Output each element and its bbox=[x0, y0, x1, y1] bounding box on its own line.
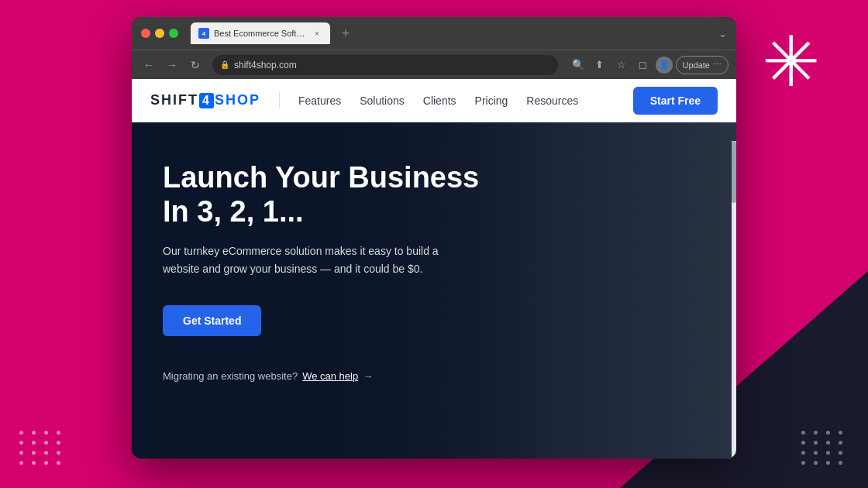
new-tab-button[interactable]: + bbox=[336, 24, 355, 43]
nav-solutions[interactable]: Solutions bbox=[360, 95, 405, 107]
dots-decoration-bottom-left bbox=[19, 431, 63, 465]
nav-resources[interactable]: Resources bbox=[526, 95, 578, 107]
start-free-button[interactable]: Start Free bbox=[633, 87, 718, 115]
active-browser-tab[interactable]: 4 Best Ecommerce Software of... × bbox=[191, 22, 330, 44]
migration-static-text: Migrating an existing website? bbox=[163, 370, 298, 382]
hero-subtitle: Our turnkey eCommerce solution makes it … bbox=[163, 242, 442, 277]
address-bar[interactable]: 🔒 shift4shop.com bbox=[212, 55, 558, 75]
update-button[interactable]: Update ⋯ bbox=[676, 56, 728, 74]
migration-text-row: Migrating an existing website? We can he… bbox=[163, 370, 504, 382]
logo-4: 4 bbox=[199, 93, 214, 108]
site-navigation: SHIFT4SHOP Features Solutions Clients Pr… bbox=[132, 79, 736, 122]
tab-dropdown-button[interactable]: ⌄ bbox=[718, 28, 727, 40]
close-traffic-light[interactable] bbox=[141, 29, 150, 38]
bookmark-button[interactable]: ☆ bbox=[612, 56, 631, 74]
hero-section: Launch Your Business In 3, 2, 1... Our t… bbox=[132, 122, 736, 459]
logo-shop: SHOP bbox=[215, 92, 260, 108]
hero-title: Launch Your Business In 3, 2, 1... bbox=[163, 161, 504, 229]
traffic-lights bbox=[141, 29, 178, 38]
forward-button[interactable]: → bbox=[163, 56, 181, 74]
arrow-icon: → bbox=[363, 370, 373, 382]
hero-content: Launch Your Business In 3, 2, 1... Our t… bbox=[132, 122, 535, 421]
website-content: SHIFT4SHOP Features Solutions Clients Pr… bbox=[132, 79, 736, 459]
browser-nav-bar: ← → ↻ 🔒 shift4shop.com 🔍 ⬆ ☆ ◻ 👤 Update … bbox=[132, 50, 736, 79]
tab-favicon: 4 bbox=[198, 28, 209, 39]
dots-decoration-bottom-right bbox=[801, 431, 845, 465]
scrollbar-thumb[interactable] bbox=[732, 141, 736, 203]
migration-link[interactable]: We can help bbox=[302, 370, 358, 382]
browser-window: 4 Best Ecommerce Software of... × + ⌄ ← … bbox=[132, 17, 736, 459]
scrollbar[interactable] bbox=[732, 141, 736, 459]
asterisk-icon: ✳ bbox=[752, 23, 829, 101]
nav-pricing[interactable]: Pricing bbox=[475, 95, 508, 107]
nav-clients[interactable]: Clients bbox=[423, 95, 456, 107]
reload-button[interactable]: ↻ bbox=[186, 56, 205, 74]
tab-close-button[interactable]: × bbox=[312, 28, 322, 39]
site-logo: SHIFT4SHOP bbox=[150, 92, 280, 108]
share-button[interactable]: ⬆ bbox=[591, 56, 609, 74]
url-text: shift4shop.com bbox=[234, 60, 297, 70]
search-button[interactable]: 🔍 bbox=[569, 56, 587, 74]
tab-title: Best Ecommerce Software of... bbox=[214, 29, 307, 38]
get-started-button[interactable]: Get Started bbox=[163, 305, 261, 336]
back-button[interactable]: ← bbox=[140, 56, 158, 74]
minimize-traffic-light[interactable] bbox=[155, 29, 164, 38]
lock-icon: 🔒 bbox=[220, 60, 229, 69]
site-nav-links: Features Solutions Clients Pricing Resou… bbox=[298, 95, 633, 107]
extension-button[interactable]: ◻ bbox=[634, 56, 653, 74]
browser-tab-bar: 4 Best Ecommerce Software of... × + ⌄ bbox=[132, 17, 736, 50]
maximize-traffic-light[interactable] bbox=[169, 29, 178, 38]
browser-nav-actions: 🔍 ⬆ ☆ ◻ 👤 Update ⋯ bbox=[569, 56, 728, 74]
logo-shift: SHIFT bbox=[150, 92, 198, 108]
profile-avatar[interactable]: 👤 bbox=[656, 57, 673, 74]
nav-features[interactable]: Features bbox=[298, 95, 341, 107]
